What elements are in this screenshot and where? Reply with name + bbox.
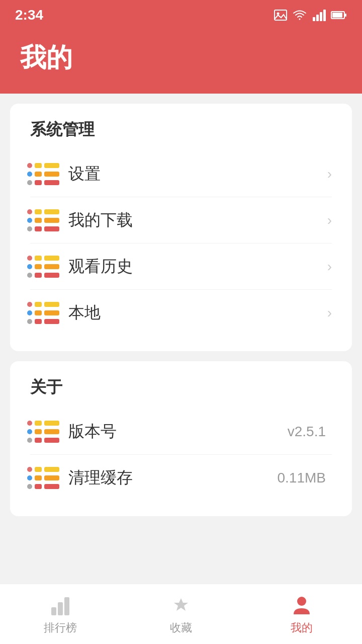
battery-icon	[331, 8, 347, 22]
downloads-item[interactable]: 我的下载 ›	[10, 197, 352, 244]
history-chevron: ›	[327, 259, 332, 275]
local-item[interactable]: 本地 ›	[10, 290, 352, 336]
status-bar: 2:34	[0, 0, 362, 30]
image-icon	[274, 8, 288, 22]
version-value: v2.5.1	[288, 424, 326, 440]
status-icons	[274, 8, 347, 22]
downloads-chevron: ›	[327, 212, 332, 228]
system-section-title: 系统管理	[10, 119, 352, 151]
version-icon	[30, 420, 56, 444]
downloads-label: 我的下载	[68, 209, 327, 231]
local-label: 本地	[68, 302, 327, 324]
settings-chevron: ›	[327, 166, 332, 182]
svg-rect-3	[316, 15, 319, 21]
settings-item[interactable]: 设置 ›	[10, 151, 352, 197]
clear-cache-value: 0.11MB	[278, 470, 326, 486]
about-section-title: 关于	[10, 376, 352, 409]
nav-ranking[interactable]: 排行榜	[0, 593, 121, 635]
svg-rect-11	[64, 597, 69, 615]
status-time: 2:34	[15, 7, 43, 23]
nav-favorites-label: 收藏	[170, 620, 192, 635]
mine-nav-icon	[290, 593, 314, 617]
svg-rect-7	[332, 13, 342, 18]
nav-ranking-label: 排行榜	[44, 620, 77, 635]
page-header: 我的	[0, 30, 362, 94]
svg-rect-0	[275, 10, 287, 20]
system-management-card: 系统管理	[10, 104, 352, 351]
settings-icon	[30, 162, 56, 186]
svg-rect-10	[58, 602, 63, 615]
version-label: 版本号	[68, 421, 288, 443]
wifi-icon	[293, 8, 307, 22]
svg-rect-9	[51, 607, 56, 615]
ranking-nav-icon	[48, 593, 72, 617]
clear-cache-label: 清理缓存	[68, 467, 278, 489]
svg-rect-5	[323, 10, 326, 21]
svg-rect-4	[320, 12, 322, 21]
signal-icon	[312, 8, 326, 22]
svg-rect-8	[344, 14, 346, 17]
favorites-nav-icon	[169, 593, 193, 617]
page-title: 我的	[20, 43, 72, 72]
local-chevron: ›	[327, 305, 332, 321]
svg-rect-2	[313, 17, 315, 21]
clear-cache-item[interactable]: 清理缓存 0.11MB	[10, 455, 352, 501]
history-label: 观看历史	[68, 256, 327, 278]
settings-label: 设置	[68, 163, 327, 185]
history-icon	[30, 255, 56, 279]
local-icon	[30, 301, 56, 325]
nav-favorites[interactable]: 收藏	[121, 593, 241, 635]
clear-cache-icon	[30, 466, 56, 490]
about-card: 关于	[10, 361, 352, 516]
svg-point-12	[297, 597, 306, 606]
nav-mine[interactable]: 我的	[241, 593, 362, 635]
bottom-navigation: 排行榜 收藏 我的	[0, 584, 362, 644]
downloads-icon	[30, 208, 56, 232]
content-area: 系统管理	[0, 94, 362, 584]
history-item[interactable]: 观看历史 ›	[10, 244, 352, 290]
nav-mine-label: 我的	[291, 620, 313, 635]
version-item: 版本号 v2.5.1	[10, 409, 352, 455]
